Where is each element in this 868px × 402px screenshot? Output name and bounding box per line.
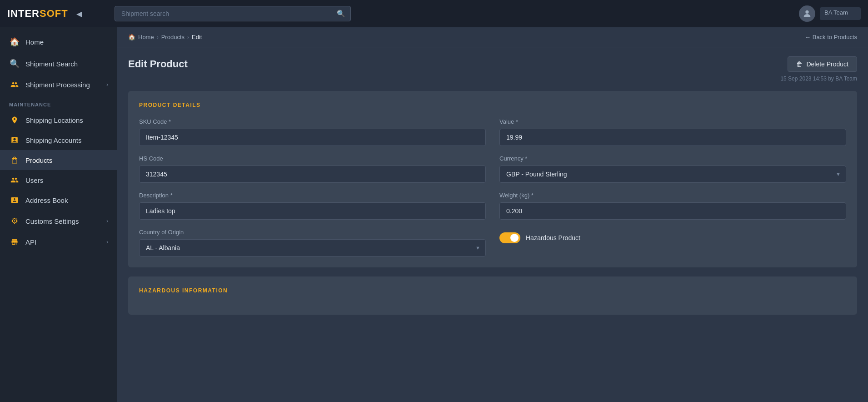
products-icon xyxy=(9,156,20,164)
sidebar-item-label: Products xyxy=(25,156,52,164)
weight-input[interactable] xyxy=(499,202,846,220)
address-book-icon xyxy=(9,196,20,204)
shipment-search-icon: 🔍 xyxy=(9,59,20,69)
breadcrumb-sep-1: › xyxy=(157,34,159,40)
description-input[interactable] xyxy=(139,202,486,220)
chevron-right-icon: › xyxy=(106,218,108,224)
sidebar-item-api[interactable]: API › xyxy=(0,232,117,252)
page-title: Edit Product xyxy=(128,58,188,70)
toggle-slider xyxy=(499,232,520,243)
sidebar-item-label: Shipment Processing xyxy=(25,81,90,89)
page-header: Edit Product 🗑 Delete Product xyxy=(128,56,857,72)
hs-code-group: HS Code xyxy=(139,155,486,183)
sidebar-item-label: Shipment Search xyxy=(25,60,78,68)
collapse-sidebar-button[interactable]: ◀ xyxy=(73,8,85,20)
country-select[interactable]: AL - Albania US - United States GB - Uni… xyxy=(139,239,486,256)
breadcrumb-home[interactable]: Home xyxy=(138,34,154,40)
breadcrumb-bar: 🏠 Home › Products › Edit ← Back to Produ… xyxy=(117,27,868,47)
logo-area: INTERSOFT ◀ xyxy=(7,8,107,20)
country-group: Country of Origin AL - Albania US - Unit… xyxy=(139,229,486,256)
currency-select[interactable]: GBP - Pound Sterling USD - US Dollar EUR… xyxy=(499,166,846,183)
logo: INTERSOFT xyxy=(7,8,68,20)
sidebar-item-label: Home xyxy=(25,38,44,46)
search-bar: 🔍 xyxy=(115,6,351,21)
description-group: Description * xyxy=(139,192,486,220)
sidebar-item-label: Customs Settings xyxy=(25,217,79,225)
hs-code-input[interactable] xyxy=(139,166,486,183)
shipment-processing-icon xyxy=(9,80,20,89)
country-label: Country of Origin xyxy=(139,229,486,236)
product-details-form: SKU Code * Value * HS Code xyxy=(139,118,846,256)
hazardous-toggle[interactable] xyxy=(499,232,520,243)
delete-product-button[interactable]: 🗑 Delete Product xyxy=(788,56,857,72)
sidebar-nav: 🏠 Home 🔍 Shipment Search Shipment Proces… xyxy=(0,27,117,256)
sidebar-item-shipping-accounts[interactable]: Shipping Accounts xyxy=(0,130,117,150)
value-input[interactable] xyxy=(499,129,846,146)
shipping-locations-icon xyxy=(9,116,20,124)
main-layout: 🏠 Home 🔍 Shipment Search Shipment Proces… xyxy=(0,27,868,402)
currency-select-wrapper: GBP - Pound Sterling USD - US Dollar EUR… xyxy=(499,166,846,183)
svg-point-0 xyxy=(805,10,808,14)
breadcrumb-sep-2: › xyxy=(187,34,189,40)
hazardous-group: Hazardous Product xyxy=(499,229,846,256)
weight-label: Weight (kg) * xyxy=(499,192,846,199)
breadcrumb-products[interactable]: Products xyxy=(161,34,185,40)
breadcrumb-edit: Edit xyxy=(192,34,202,40)
chevron-right-icon: › xyxy=(106,81,108,88)
home-icon-breadcrumb: 🏠 xyxy=(128,34,135,40)
currency-label: Currency * xyxy=(499,155,846,162)
weight-group: Weight (kg) * xyxy=(499,192,846,220)
sidebar-item-customs-settings[interactable]: ⚙ Customs Settings › xyxy=(0,210,117,232)
customs-settings-icon: ⚙ xyxy=(9,216,20,226)
users-icon xyxy=(9,176,20,184)
currency-group: Currency * GBP - Pound Sterling USD - US… xyxy=(499,155,846,183)
sidebar-item-products[interactable]: Products xyxy=(0,150,117,170)
breadcrumb: 🏠 Home › Products › Edit xyxy=(128,34,202,40)
search-input[interactable] xyxy=(115,6,351,21)
shipping-accounts-icon xyxy=(9,136,20,144)
back-to-products-link[interactable]: ← Back to Products xyxy=(805,34,857,40)
sidebar-item-home[interactable]: 🏠 Home xyxy=(0,31,117,53)
last-modified: 15 Sep 2023 14:53 by BA Team xyxy=(128,75,857,82)
avatar xyxy=(799,5,815,22)
maintenance-section-label: MAINTENANCE xyxy=(0,95,117,110)
sidebar-item-label: Users xyxy=(25,176,43,184)
delete-icon: 🗑 xyxy=(796,60,803,68)
description-label: Description * xyxy=(139,192,486,199)
hazardous-label: Hazardous Product xyxy=(526,234,580,241)
value-group: Value * xyxy=(499,118,846,146)
sidebar-item-shipping-locations[interactable]: Shipping Locations xyxy=(0,110,117,130)
product-details-section-title: PRODUCT DETAILS xyxy=(139,102,846,108)
hazardous-information-section-title: HAZARDOUS INFORMATION xyxy=(139,287,846,294)
country-select-wrapper: AL - Albania US - United States GB - Uni… xyxy=(139,239,486,256)
sidebar-item-label: Address Book xyxy=(25,196,68,204)
hazardous-information-card: HAZARDOUS INFORMATION xyxy=(128,276,857,315)
chevron-right-icon: › xyxy=(106,239,108,245)
sidebar-item-address-book[interactable]: Address Book xyxy=(0,190,117,210)
sidebar: 🏠 Home 🔍 Shipment Search Shipment Proces… xyxy=(0,27,117,402)
search-icon: 🔍 xyxy=(337,10,345,18)
top-header: INTERSOFT ◀ 🔍 BA Team xyxy=(0,0,868,27)
sidebar-item-label: Shipping Accounts xyxy=(25,136,81,144)
sidebar-item-label: API xyxy=(25,238,36,246)
sku-code-input[interactable] xyxy=(139,129,486,146)
sku-code-label: SKU Code * xyxy=(139,118,486,125)
sku-code-group: SKU Code * xyxy=(139,118,486,146)
content-area: 🏠 Home › Products › Edit ← Back to Produ… xyxy=(117,27,868,402)
value-label: Value * xyxy=(499,118,846,125)
hazardous-toggle-group: Hazardous Product xyxy=(499,229,846,243)
user-area: BA Team xyxy=(799,5,861,22)
sidebar-item-label: Shipping Locations xyxy=(25,116,83,124)
sidebar-item-shipment-search[interactable]: 🔍 Shipment Search xyxy=(0,53,117,75)
page-content: Edit Product 🗑 Delete Product 15 Sep 202… xyxy=(117,47,868,402)
username-display: BA Team xyxy=(820,7,861,20)
product-details-card: PRODUCT DETAILS SKU Code * Value * HS xyxy=(128,91,857,267)
sidebar-item-users[interactable]: Users xyxy=(0,170,117,190)
sidebar-item-shipment-processing[interactable]: Shipment Processing › xyxy=(0,75,117,95)
hs-code-label: HS Code xyxy=(139,155,486,162)
api-icon xyxy=(9,238,20,246)
home-icon: 🏠 xyxy=(9,37,20,47)
